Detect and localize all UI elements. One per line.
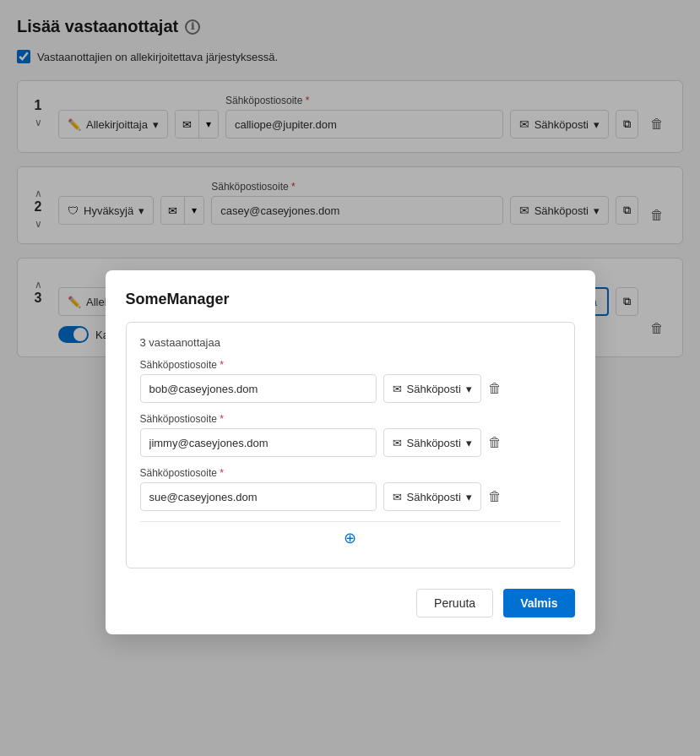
- modal-envelope-icon-1: ✉: [393, 383, 402, 395]
- modal-dropdown-chevron-2: ▾: [466, 437, 472, 449]
- modal-email-type-label-3: Sähköposti: [407, 491, 461, 503]
- modal-envelope-icon-3: ✉: [393, 491, 402, 503]
- modal-field-1: Sähköpostiosoite * ✉ Sähköposti ▾ 🗑: [140, 359, 561, 403]
- modal-email-input-3[interactable]: [140, 482, 377, 511]
- modal-title: SomeManager: [126, 291, 575, 308]
- modal-email-type-btn-1[interactable]: ✉ Sähköposti ▾: [383, 374, 481, 403]
- modal-envelope-icon-2: ✉: [393, 437, 402, 449]
- modal-email-label-2: Sähköpostiosoite *: [140, 413, 561, 425]
- modal-delete-btn-2[interactable]: 🗑: [488, 435, 502, 450]
- modal-email-type-btn-2[interactable]: ✉ Sähköposti ▾: [383, 428, 481, 457]
- modal-delete-btn-3[interactable]: 🗑: [488, 489, 502, 504]
- modal: SomeManager 3 vastaanottajaa Sähköpostio…: [106, 270, 595, 634]
- confirm-button[interactable]: Valmis: [503, 589, 574, 617]
- modal-field-2: Sähköpostiosoite * ✉ Sähköposti ▾ 🗑: [140, 413, 561, 457]
- add-recipient-btn[interactable]: ⊕: [344, 529, 356, 547]
- modal-overlay: SomeManager 3 vastaanottajaa Sähköpostio…: [0, 0, 700, 756]
- modal-footer: Peruuta Valmis: [126, 582, 575, 617]
- modal-dropdown-chevron-3: ▾: [466, 491, 472, 503]
- modal-email-input-2[interactable]: [140, 428, 377, 457]
- modal-email-type-label-2: Sähköposti: [407, 437, 461, 449]
- modal-email-type-label-1: Sähköposti: [407, 383, 461, 395]
- add-recipient-row: ⊕: [140, 521, 561, 554]
- cancel-button[interactable]: Peruuta: [416, 589, 493, 617]
- modal-email-input-1[interactable]: [140, 374, 377, 403]
- modal-email-label-3: Sähköpostiosoite *: [140, 467, 561, 479]
- modal-field-3: Sähköpostiosoite * ✉ Sähköposti ▾ 🗑: [140, 467, 561, 511]
- modal-recipient-count: 3 vastaanottajaa: [140, 336, 561, 349]
- modal-inner-card: 3 vastaanottajaa Sähköpostiosoite * ✉ Sä…: [126, 322, 575, 568]
- modal-email-label-1: Sähköpostiosoite *: [140, 359, 561, 371]
- modal-delete-btn-1[interactable]: 🗑: [488, 381, 502, 396]
- modal-dropdown-chevron-1: ▾: [466, 383, 472, 395]
- modal-email-type-btn-3[interactable]: ✉ Sähköposti ▾: [383, 482, 481, 511]
